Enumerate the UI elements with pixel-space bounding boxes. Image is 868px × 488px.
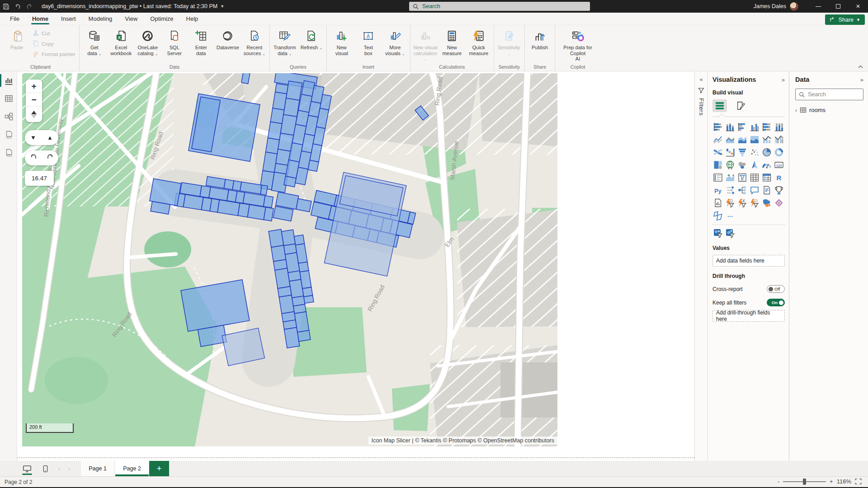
multi-row-card-icon[interactable] [712, 172, 723, 183]
icon-map-icon[interactable] [725, 228, 736, 239]
values-field-well[interactable]: Add data fields here [712, 255, 785, 267]
clustered-column-chart-icon[interactable] [749, 122, 760, 132]
power-automate-visual-icon[interactable] [749, 197, 760, 208]
table-icon[interactable] [749, 172, 760, 183]
menu-insert[interactable]: Insert [55, 13, 82, 25]
donut-chart-icon[interactable] [774, 147, 784, 158]
metrics-icon[interactable] [774, 185, 784, 196]
sql-server-button[interactable]: SQL Server [161, 26, 188, 61]
transform-data-button[interactable]: Transform data ⌄ [272, 26, 298, 61]
100-stacked-column-chart-icon[interactable] [774, 122, 784, 132]
area-chart-icon[interactable] [725, 134, 736, 145]
slicer-icon[interactable] [737, 172, 748, 183]
purple-custom-visual-icon[interactable] [774, 197, 784, 208]
power-automate-icon[interactable] [737, 197, 748, 208]
paste-button[interactable]: Paste [4, 26, 30, 61]
report-canvas[interactable]: New Springville GreenwayRichmond AvenueR… [17, 71, 694, 461]
more-options-icon[interactable]: … [725, 210, 736, 221]
fit-to-page-icon[interactable] [855, 479, 862, 484]
collapse-ribbon-button[interactable] [855, 63, 865, 70]
refresh-button[interactable]: Refresh ⌄ [298, 26, 325, 61]
matrix-icon[interactable] [761, 172, 772, 183]
zoom-level-value[interactable]: 16.47 [25, 171, 54, 186]
title-dropdown-caret[interactable]: ▼ [220, 4, 224, 9]
decomposition-tree-icon[interactable] [737, 185, 748, 196]
q-and-a-icon[interactable] [749, 185, 760, 196]
copy-button[interactable]: Copy [30, 39, 77, 48]
dax-query-view-button[interactable]: DAX [0, 126, 17, 144]
redo-icon[interactable] [24, 0, 35, 12]
pitch-control[interactable] [26, 107, 42, 122]
clustered-bar-chart-icon[interactable] [737, 122, 748, 132]
line-and-stacked-column-chart-icon[interactable] [761, 134, 772, 145]
excel-workbook-button[interactable]: XExcel workbook [108, 26, 134, 61]
python-visual-icon[interactable]: Py [712, 185, 723, 196]
text-box-button[interactable]: AText box [355, 26, 382, 61]
new-page-button[interactable]: + [149, 461, 169, 476]
get-data-button[interactable]: Get data ⌄ [81, 26, 108, 61]
user-name[interactable]: James Dales [754, 3, 786, 9]
menu-help[interactable]: Help [180, 13, 205, 25]
global-search-input[interactable]: Search [409, 2, 590, 11]
report-view-button[interactable] [0, 71, 17, 89]
menu-view[interactable]: View [118, 13, 144, 25]
paginated-report-icon[interactable] [712, 197, 723, 208]
icon-map-slicer-icon[interactable] [712, 228, 723, 239]
next-page-arrow[interactable]: › [64, 461, 74, 476]
100-stacked-bar-chart-icon[interactable] [761, 122, 772, 132]
filled-map-icon[interactable] [737, 160, 748, 170]
smart-narrative-icon[interactable] [761, 185, 772, 196]
format-painter-button[interactable]: Format painter [30, 50, 77, 59]
zoom-in-canvas[interactable]: + [830, 478, 833, 485]
format-visual-tab[interactable] [733, 99, 748, 112]
cross-report-toggle[interactable]: Off [767, 285, 785, 293]
dataverse-button[interactable]: Dataverse [215, 26, 241, 61]
new-visual-button[interactable]: New visual [329, 26, 355, 61]
mobile-layout-button[interactable] [36, 461, 54, 476]
pie-chart-icon[interactable] [761, 147, 772, 158]
line-and-clustered-column-chart-icon[interactable] [774, 134, 784, 145]
funnel-chart-icon[interactable] [737, 147, 748, 158]
enter-data-button[interactable]: Enter data [188, 26, 214, 61]
collapse-data-button[interactable]: » [860, 76, 863, 83]
waterfall-chart-icon[interactable] [725, 147, 736, 158]
zoom-in-button[interactable]: + [26, 80, 42, 93]
publish-button[interactable]: Publish [527, 26, 553, 61]
menu-file[interactable]: File [4, 13, 26, 25]
menu-home[interactable]: Home [26, 13, 55, 25]
prev-page-arrow[interactable]: ‹ [54, 461, 64, 476]
r-script-visual-icon[interactable]: R [774, 172, 784, 183]
key-influencers-icon[interactable] [725, 185, 736, 196]
page-tab-page-1[interactable]: Page 1 [81, 461, 114, 476]
arcgis-map-icon[interactable] [761, 197, 772, 208]
filters-pane-title[interactable]: Filters [698, 98, 705, 116]
power-apps-icon[interactable] [725, 197, 736, 208]
card-icon[interactable]: 123 [774, 160, 784, 170]
stacked-bar-chart-icon[interactable] [712, 122, 723, 132]
new-visual-calculation-button[interactable]: fxNew visual calculation ⌄ [412, 26, 439, 63]
rotate-right-button[interactable] [47, 154, 54, 163]
avatar[interactable] [790, 2, 798, 11]
zoom-out-button[interactable]: − [26, 93, 42, 107]
more-visuals-button[interactable]: More visuals ⌄ [382, 26, 408, 61]
ribbon-chart-icon[interactable] [712, 147, 723, 158]
build-visual-tab[interactable] [712, 99, 727, 112]
zoom-slider[interactable] [783, 481, 826, 482]
floor-up-button[interactable]: ▲ [47, 134, 53, 141]
scatter-chart-icon[interactable] [749, 147, 760, 158]
map-icon[interactable] [725, 160, 736, 170]
page-tab-page-2[interactable]: Page 2 [115, 461, 149, 476]
desktop-layout-button[interactable] [18, 461, 36, 476]
azure-map-icon[interactable] [749, 160, 760, 170]
kpi-icon[interactable] [725, 172, 736, 183]
stacked-column-chart-icon[interactable] [725, 122, 736, 132]
drill-through-field-well[interactable]: Add drill-through fields here [712, 310, 785, 322]
quick-measure-button[interactable]: Quick measure [466, 26, 492, 61]
keep-all-filters-toggle[interactable]: On [767, 299, 785, 306]
stacked-area-chart-icon[interactable] [737, 134, 748, 145]
onelake-catalog-button[interactable]: OneLake catalog ⌄ [135, 26, 161, 61]
sensitivity-button[interactable]: Sensitivity ⌄ [496, 26, 522, 61]
table-view-button[interactable] [0, 89, 17, 108]
collapse-visualizations-button[interactable]: » [782, 76, 785, 83]
cut-button[interactable]: Cut [30, 29, 77, 38]
